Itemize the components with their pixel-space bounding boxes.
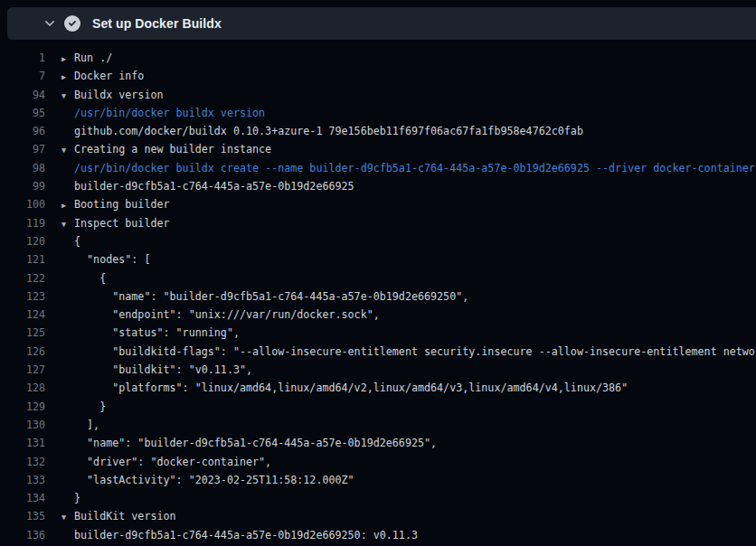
line-number[interactable]: 95 [0,104,45,122]
line-number[interactable]: 97 [0,140,45,158]
log-line: 120 { [0,232,756,250]
line-text: } [74,489,80,507]
log-line: 130 ], [0,416,756,434]
log-line: 125 "status": "running", [0,324,756,342]
log-line: 128 "platforms": "linux/amd64,linux/amd6… [0,379,756,397]
line-number[interactable]: 96 [0,122,45,140]
line-number[interactable]: 126 [0,343,45,361]
line-number[interactable]: 124 [0,306,45,324]
line-number[interactable]: 131 [0,434,45,452]
log-line: 121 "nodes": [ [0,250,756,268]
line-text: "name": "builder-d9cfb5a1-c764-445a-a57e… [74,434,437,452]
line-text: "driver": "docker-container", [74,453,271,471]
log-group-line[interactable]: 94 ▼Buildx version [0,86,756,104]
log-group-line[interactable]: 135 ▼BuildKit version [0,507,756,525]
line-number[interactable]: 128 [0,379,45,397]
log-line: 129 } [0,398,756,416]
line-number[interactable]: 133 [0,471,45,489]
log-line: 122 { [0,269,756,287]
triangle-down-icon[interactable]: ▼ [61,508,74,525]
log-group-line[interactable]: 100 ▶Booting builder [0,195,756,213]
log-viewer: 1 ▶Run ./ 7 ▶Docker info 94 ▼Buildx vers… [0,40,756,546]
log-line: 99 builder-d9cfb5a1-c764-445a-a57e-0b19d… [0,177,756,195]
log-group-line[interactable]: 97 ▼Creating a new builder instance [0,140,756,158]
line-text[interactable]: ▼Creating a new builder instance [61,140,271,158]
line-text: /usr/bin/docker buildx create --name bui… [74,159,755,177]
line-text: github.com/docker/buildx 0.10.3+azure-1 … [74,122,583,140]
line-text[interactable]: ▼Inspect builder [61,214,170,232]
line-number[interactable]: 99 [0,177,45,195]
line-number[interactable]: 119 [0,214,45,232]
log-line: 127 "buildkit": "v0.11.3", [0,361,756,379]
line-number[interactable]: 94 [0,86,45,104]
log-line: 123 "name": "builder-d9cfb5a1-c764-445a-… [0,287,756,306]
line-text: } [74,398,106,416]
log-group-line[interactable]: 7 ▶Docker info [0,67,756,85]
line-number[interactable]: 125 [0,324,45,342]
triangle-down-icon[interactable]: ▼ [61,141,74,158]
log-line: 131 "name": "builder-d9cfb5a1-c764-445a-… [0,434,756,452]
line-number[interactable]: 130 [0,416,45,434]
log-line: 98 /usr/bin/docker buildx create --name … [0,159,756,177]
line-text: { [74,232,80,250]
line-text: builder-d9cfb5a1-c764-445a-a57e-0b19d2e6… [74,526,418,544]
line-text: "endpoint": "unix:///var/run/docker.sock… [74,306,380,324]
step-title: Set up Docker Buildx [92,16,222,31]
line-text: "lastActivity": "2023-02-25T11:58:12.000… [74,471,354,489]
log-group-line[interactable]: 119 ▼Inspect builder [0,214,756,232]
line-text: "status": "running", [74,324,240,342]
line-number[interactable]: 127 [0,361,45,379]
chevron-down-icon[interactable] [43,17,56,30]
line-number[interactable]: 122 [0,269,45,287]
log-line: 134 } [0,489,756,507]
triangle-right-icon[interactable]: ▶ [61,196,74,213]
triangle-down-icon[interactable]: ▼ [61,87,74,104]
line-number[interactable]: 1 [0,49,45,67]
line-text: /usr/bin/docker buildx version [74,104,265,122]
check-circle-icon [64,15,80,32]
line-text[interactable]: ▼Buildx version [61,86,164,104]
triangle-down-icon[interactable]: ▼ [61,215,74,232]
line-number[interactable]: 98 [0,159,45,177]
triangle-right-icon[interactable]: ▶ [61,68,74,85]
log-line: 96 github.com/docker/buildx 0.10.3+azure… [0,122,756,140]
line-number[interactable]: 136 [0,526,45,544]
line-text: builder-d9cfb5a1-c764-445a-a57e-0b19d2e6… [74,177,354,195]
line-text[interactable]: ▶Run ./ [61,49,112,67]
line-number[interactable]: 132 [0,453,45,471]
line-text: "buildkitd-flags": "--allow-insecure-ent… [74,343,756,361]
line-number[interactable]: 134 [0,489,45,507]
line-number[interactable]: 135 [0,507,45,525]
line-number[interactable]: 123 [0,287,45,306]
line-number[interactable]: 129 [0,398,45,416]
line-text: "platforms": "linux/amd64,linux/amd64/v2… [74,379,628,397]
line-number[interactable]: 7 [0,67,45,85]
line-number[interactable]: 120 [0,232,45,250]
line-text: "buildkit": "v0.11.3", [74,361,252,379]
line-text[interactable]: ▼BuildKit version [61,507,176,525]
log-line: 95 /usr/bin/docker buildx version [0,104,756,122]
line-text: "nodes": [ [74,250,150,268]
line-text[interactable]: ▶Booting builder [61,195,170,213]
step-header[interactable]: Set up Docker Buildx [7,7,756,40]
line-number[interactable]: 121 [0,250,45,268]
line-text: { [74,269,106,287]
line-text: ], [74,416,99,434]
log-line: 132 "driver": "docker-container", [0,453,756,471]
line-number[interactable]: 100 [0,195,45,213]
log-line: 133 "lastActivity": "2023-02-25T11:58:12… [0,471,756,489]
log-line: 136 builder-d9cfb5a1-c764-445a-a57e-0b19… [0,526,756,544]
line-text: "name": "builder-d9cfb5a1-c764-445a-a57e… [74,287,468,306]
log-line: 126 "buildkitd-flags": "--allow-insecure… [0,343,756,361]
triangle-right-icon[interactable]: ▶ [61,50,74,67]
log-line: 124 "endpoint": "unix:///var/run/docker.… [0,306,756,324]
line-text[interactable]: ▶Docker info [61,67,144,85]
log-group-line[interactable]: 1 ▶Run ./ [0,49,756,67]
